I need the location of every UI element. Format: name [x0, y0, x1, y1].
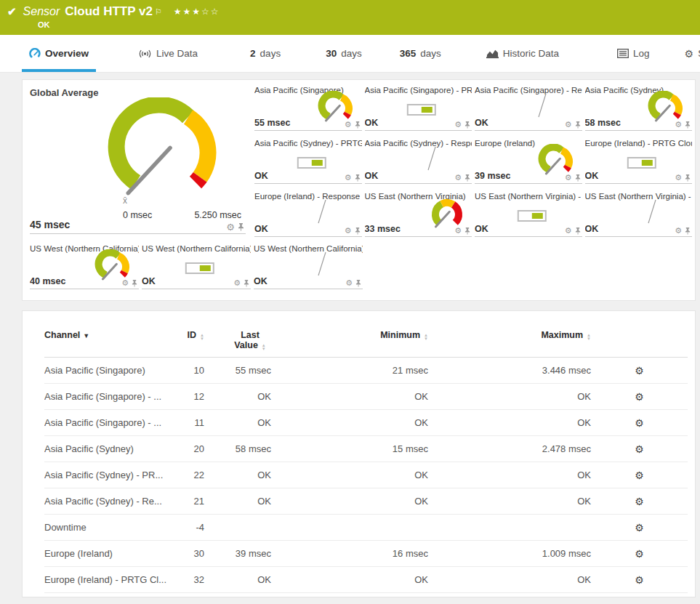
table-row: Europe (Ireland)3039 msec16 msec1.009 ms… — [44, 541, 688, 567]
mean-marker: x̄ — [123, 196, 127, 206]
gauge-scale-max: 5.250 msec — [194, 210, 241, 220]
pin-gauge-icon[interactable] — [464, 121, 470, 129]
channel-settings-gear-icon[interactable]: ⚙ — [635, 574, 644, 586]
actions-cell: ⚙ — [591, 358, 688, 384]
pin-gauge-icon[interactable] — [685, 227, 691, 235]
log-icon — [617, 49, 629, 58]
maximum-value: OK — [428, 410, 591, 436]
tile-value: OK — [142, 276, 156, 286]
tab-overview[interactable]: Overview — [22, 35, 96, 72]
pin-gauge-icon[interactable] — [355, 174, 361, 182]
global-average-gauge — [99, 97, 233, 211]
tile-title: US East (Northern Virginia) - ... — [585, 190, 693, 201]
channel-settings-gear-icon[interactable]: ⚙ — [635, 496, 644, 507]
tab-30-days[interactable]: 30 days — [318, 35, 369, 72]
pin-gauge-icon[interactable] — [464, 174, 470, 182]
pin-gauge-icon[interactable] — [355, 280, 361, 287]
tab-label: Live Data — [156, 48, 198, 59]
maximum-value: OK — [428, 462, 591, 488]
channel-settings-gear-icon[interactable]: ⚙ — [635, 443, 644, 455]
flag-icon[interactable]: ⚐ — [155, 7, 162, 17]
object-kind-label: Sensor — [23, 5, 60, 18]
tile-value: 39 msec — [475, 171, 510, 181]
channel-gauge-tile: Asia Pacific (Sydney) - Respo...OK⚙ — [365, 137, 472, 184]
gauge-settings-gear-icon[interactable]: ⚙ — [675, 174, 682, 182]
sensor-header: ✔ Sensor Cloud HTTP v2 ⚐ ★★★☆☆ OK — [0, 0, 700, 35]
column-header-id[interactable]: ID▲▼ — [168, 321, 204, 358]
pin-gauge-icon[interactable] — [132, 280, 137, 287]
gauge-settings-gear-icon[interactable]: ⚙ — [226, 222, 235, 232]
pin-gauge-icon[interactable] — [244, 280, 249, 287]
tile-value: 33 msec — [365, 224, 401, 234]
pin-gauge-icon[interactable] — [575, 121, 581, 129]
gauge-settings-gear-icon[interactable]: ⚙ — [345, 174, 352, 182]
channel-settings-gear-icon[interactable]: ⚙ — [635, 391, 644, 403]
gauge-settings-gear-icon[interactable]: ⚙ — [454, 174, 462, 182]
channel-settings-gear-icon[interactable]: ⚙ — [635, 365, 644, 377]
pin-gauge-icon[interactable] — [238, 223, 244, 231]
maximum-value: OK — [428, 488, 591, 515]
gauge-settings-gear-icon[interactable]: ⚙ — [565, 121, 572, 129]
gauge-scale-min: 0 msec — [123, 210, 152, 220]
channel-id: 30 — [168, 541, 204, 567]
actions-cell: ⚙ — [591, 384, 688, 410]
table-row: Asia Pacific (Singapore) - ...11OKOKOK⚙ — [44, 410, 688, 436]
pin-gauge-icon[interactable] — [575, 174, 581, 182]
column-header-channel[interactable]: Channel▼ — [44, 321, 168, 358]
table-row: Asia Pacific (Singapore) - ...12OKOKOK⚙ — [44, 384, 688, 410]
channel-id: 20 — [168, 436, 204, 462]
status-check-icon: ✔ — [7, 5, 17, 18]
channel-id: -4 — [168, 515, 204, 541]
response-slash-indicator — [427, 146, 437, 174]
channel-gauge-tile: US East (Northern Virginia) - ...OK⚙ — [475, 190, 582, 237]
tab-historic-data[interactable]: Historic Data — [479, 35, 566, 72]
pin-gauge-icon[interactable] — [355, 121, 361, 129]
column-label: ID — [188, 330, 197, 340]
gauge-settings-gear-icon[interactable]: ⚙ — [675, 121, 682, 129]
priority-star-rating[interactable]: ★★★☆☆ — [174, 7, 220, 17]
gauge-settings-gear-icon[interactable]: ⚙ — [565, 227, 572, 235]
tab-live-data[interactable]: Live Data — [131, 35, 205, 72]
actions-cell: ⚙ — [591, 515, 688, 541]
channel-settings-gear-icon[interactable]: ⚙ — [635, 417, 644, 429]
tab-log[interactable]: Log — [610, 35, 657, 72]
minimum-value: OK — [271, 384, 428, 410]
tab-settings[interactable]: ⚙ Settings — [677, 35, 700, 72]
tab-label: Overview — [45, 48, 89, 59]
tile-value: OK — [475, 224, 488, 234]
tab-2-days[interactable]: 2 days — [243, 35, 288, 72]
channel-settings-gear-icon[interactable]: ⚙ — [635, 470, 644, 481]
last-value: OK — [204, 462, 271, 488]
minimum-value: 16 msec — [271, 541, 428, 567]
channel-settings-gear-icon[interactable]: ⚙ — [635, 548, 644, 560]
tab-365-days[interactable]: 365 days — [393, 35, 448, 72]
gauge-settings-gear-icon[interactable]: ⚙ — [233, 279, 241, 287]
tile-value: OK — [585, 224, 599, 234]
pin-gauge-icon[interactable] — [464, 227, 470, 235]
channel-settings-gear-icon[interactable]: ⚙ — [635, 522, 644, 533]
sort-icon: ▲▼ — [262, 344, 266, 351]
minimum-value: OK — [271, 567, 428, 593]
gauge-settings-gear-icon[interactable]: ⚙ — [121, 279, 129, 287]
channel-gauge-bottom-row: US West (Northern California)40 msec⚙US … — [30, 243, 692, 289]
pin-gauge-icon[interactable] — [685, 174, 691, 182]
channel-gauge-tile: Asia Pacific (Singapore)55 msec⚙ — [254, 84, 362, 131]
channel-name: Asia Pacific (Sydney) - Re... — [44, 488, 168, 515]
column-header-maximum[interactable]: Maximum▲▼ — [428, 321, 591, 358]
gauge-settings-gear-icon[interactable]: ⚙ — [345, 121, 352, 129]
gauge-settings-gear-icon[interactable]: ⚙ — [675, 227, 682, 235]
pin-gauge-icon[interactable] — [685, 121, 691, 129]
actions-cell: ⚙ — [591, 410, 688, 436]
gauge-settings-gear-icon[interactable]: ⚙ — [345, 227, 352, 235]
pin-gauge-icon[interactable] — [575, 227, 581, 235]
column-header-last-value[interactable]: Last Value▲▼ — [204, 321, 271, 358]
pin-gauge-icon[interactable] — [355, 227, 361, 235]
gauge-settings-gear-icon[interactable]: ⚙ — [454, 121, 462, 129]
tab-number: 365 — [400, 48, 417, 59]
gauge-settings-gear-icon[interactable]: ⚙ — [565, 174, 572, 182]
gauge-settings-gear-icon[interactable]: ⚙ — [345, 279, 353, 287]
response-slash-indicator — [317, 251, 327, 279]
gauge-settings-gear-icon[interactable]: ⚙ — [454, 227, 462, 235]
column-header-minimum[interactable]: Minimum▲▼ — [271, 321, 428, 358]
live-data-icon — [138, 49, 152, 59]
